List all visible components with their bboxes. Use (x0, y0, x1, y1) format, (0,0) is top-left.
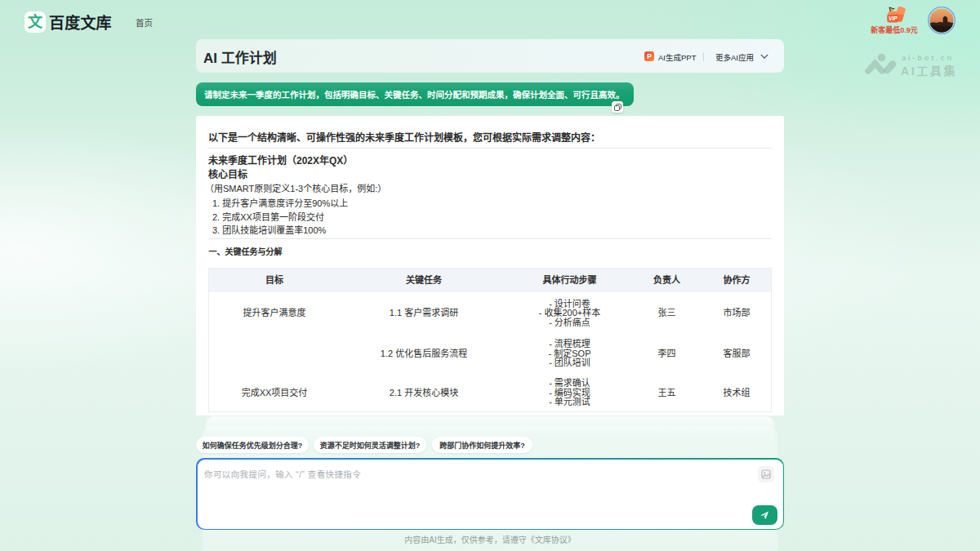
svg-text:VIP: VIP (889, 16, 898, 21)
